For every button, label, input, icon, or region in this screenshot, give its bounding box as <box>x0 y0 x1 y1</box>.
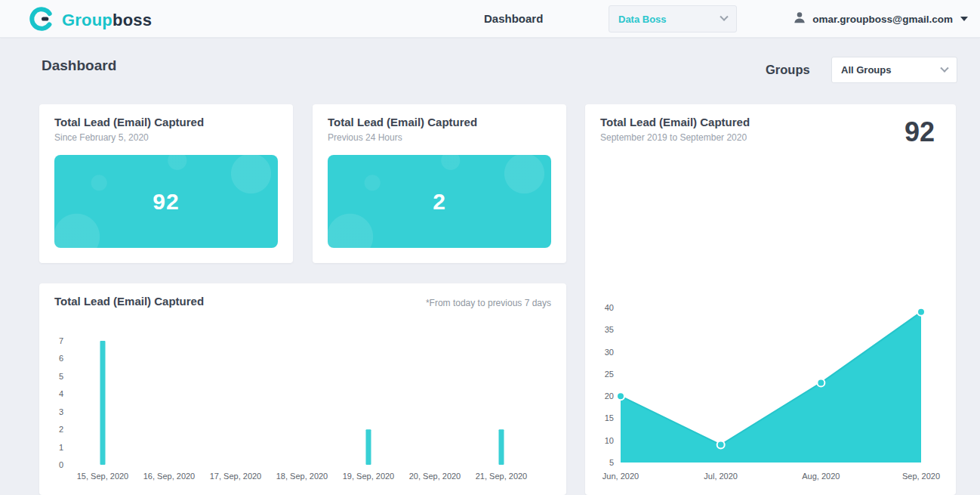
svg-text:1: 1 <box>59 443 63 452</box>
user-icon <box>793 11 806 27</box>
svg-text:Jun, 2020: Jun, 2020 <box>602 472 639 481</box>
svg-text:Sep, 2020: Sep, 2020 <box>902 472 940 481</box>
groups-label: Groups <box>766 63 810 77</box>
weekly-bar-chart: 0123456715, Sep, 202016, Sep, 202017, Se… <box>48 329 557 491</box>
metric-value-box: 92 <box>54 155 278 248</box>
svg-text:3: 3 <box>59 407 63 416</box>
card-subtitle: Previous 24 Hours <box>328 132 402 143</box>
nav-dashboard-link[interactable]: Dashboard <box>484 12 543 25</box>
card-title: Total Lead (Email) Captured <box>54 116 204 128</box>
svg-text:30: 30 <box>605 348 614 357</box>
card-title: Total Lead (Email) Captured <box>54 295 204 308</box>
card-subtitle: September 2019 to September 2020 <box>600 132 747 143</box>
svg-text:4: 4 <box>59 389 63 398</box>
metric-value: 92 <box>153 189 179 215</box>
card-title: Total Lead (Email) Captured <box>328 116 477 128</box>
logo-wordmark: Groupboss <box>62 11 152 30</box>
svg-text:15: 15 <box>605 413 614 422</box>
svg-text:Aug, 2020: Aug, 2020 <box>802 472 840 481</box>
svg-text:21, Sep, 2020: 21, Sep, 2020 <box>476 472 528 481</box>
team-dropdown-value: Data Boss <box>618 14 667 25</box>
page-title: Dashboard <box>42 57 116 74</box>
chart-note: *From today to previous 7 days <box>426 298 551 308</box>
groups-dropdown[interactable]: All Groups <box>831 57 957 83</box>
card-title: Total Lead (Email) Captured <box>600 116 750 128</box>
card-yearly-chart: Total Lead (Email) Captured September 20… <box>585 104 956 495</box>
metric-value: 2 <box>433 189 446 215</box>
svg-text:19, Sep, 2020: 19, Sep, 2020 <box>343 472 395 481</box>
yearly-area-chart: 510152025303540Jun, 2020Jul, 2020Aug, 20… <box>594 299 945 487</box>
svg-text:20: 20 <box>605 391 614 401</box>
groupboss-logo-icon <box>29 6 54 35</box>
svg-text:35: 35 <box>605 325 614 334</box>
svg-text:2: 2 <box>59 425 63 434</box>
svg-text:0: 0 <box>59 460 63 469</box>
svg-text:6: 6 <box>59 354 63 363</box>
chevron-down-icon <box>720 13 728 21</box>
yearly-total-value: 92 <box>904 116 935 148</box>
svg-text:17, Sep, 2020: 17, Sep, 2020 <box>210 472 262 481</box>
team-dropdown[interactable]: Data Boss <box>609 5 737 32</box>
metric-value-box: 2 <box>328 155 551 248</box>
svg-text:18, Sep, 2020: 18, Sep, 2020 <box>276 472 328 481</box>
top-navbar: Groupboss Dashboard Data Boss omar.group… <box>0 0 980 38</box>
user-menu[interactable]: omar.groupboss@gmail.com <box>793 11 968 27</box>
svg-text:40: 40 <box>605 303 614 312</box>
svg-text:7: 7 <box>59 336 63 345</box>
svg-text:Jul, 2020: Jul, 2020 <box>704 472 738 481</box>
card-total-24h: Total Lead (Email) Captured Previous 24 … <box>313 104 566 263</box>
card-total-since: Total Lead (Email) Captured Since Februa… <box>39 104 293 263</box>
caret-down-icon <box>960 17 968 21</box>
svg-text:10: 10 <box>605 436 614 445</box>
user-email: omar.groupboss@gmail.com <box>812 14 953 25</box>
svg-text:20, Sep, 2020: 20, Sep, 2020 <box>409 472 461 481</box>
groups-dropdown-value: All Groups <box>841 64 891 76</box>
groupboss-logo[interactable]: Groupboss <box>29 6 152 35</box>
svg-text:5: 5 <box>609 458 614 467</box>
chevron-down-icon <box>940 63 948 72</box>
card-subtitle: Since February 5, 2020 <box>54 132 149 143</box>
svg-text:15, Sep, 2020: 15, Sep, 2020 <box>77 472 129 481</box>
svg-text:25: 25 <box>605 370 614 379</box>
svg-text:5: 5 <box>59 372 63 381</box>
svg-text:16, Sep, 2020: 16, Sep, 2020 <box>143 472 196 481</box>
card-weekly-chart: Total Lead (Email) Captured *From today … <box>39 283 566 495</box>
